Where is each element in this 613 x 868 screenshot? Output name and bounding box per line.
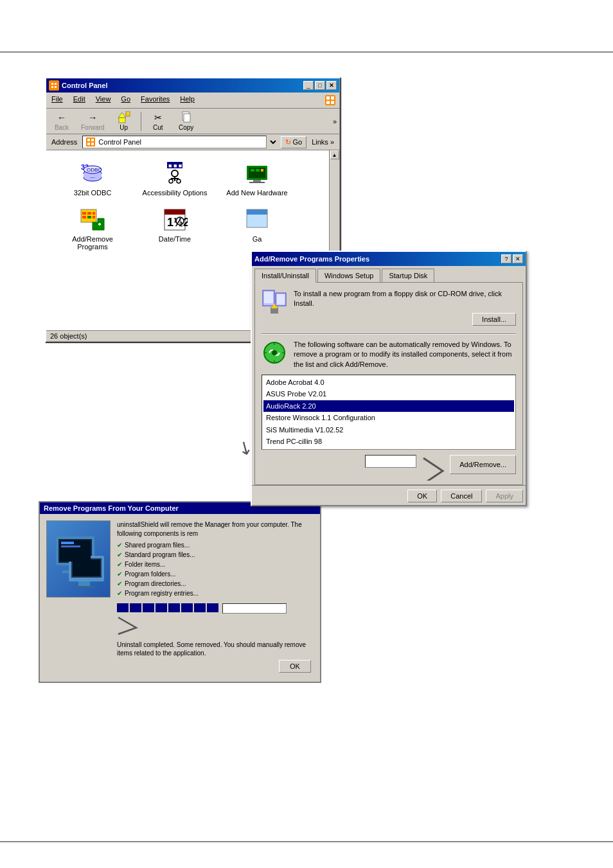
apply-button[interactable]: Apply: [486, 490, 523, 502]
remove-programs-window: Remove Programs From Your Computer: [39, 501, 321, 683]
svg-rect-76: [61, 542, 74, 544]
remove-ok-button[interactable]: OK: [279, 660, 311, 673]
check-standard: ✔ Standard program files...: [117, 551, 314, 560]
scroll-up-arrow[interactable]: ▲: [330, 150, 339, 159]
cp-icon-accessibility[interactable]: ■ ■ ■ Accessibility Options: [136, 158, 213, 199]
go-arrow: ↻: [285, 138, 291, 146]
partial-label: Ga: [253, 235, 262, 243]
datetime-icon: 1½2: [162, 207, 188, 233]
top-divider: [0, 51, 613, 53]
menu-file[interactable]: File: [49, 94, 66, 107]
cp-icon-datetime[interactable]: 1½2 Date/Time: [136, 204, 213, 253]
software-item-trend[interactable]: Trend PC-cillin 98: [263, 436, 514, 448]
install-description: To install a new program from a floppy d…: [294, 289, 516, 309]
go-button[interactable]: ↻ Go: [281, 136, 306, 148]
progress-block-1: [117, 603, 129, 612]
svg-rect-17: [91, 139, 94, 141]
tab-startup-disk[interactable]: Startup Disk: [382, 269, 434, 282]
progress-area: Uninstall completed. Some removed. You s…: [117, 603, 314, 657]
svg-rect-1: [51, 83, 53, 85]
back-label: Back: [55, 124, 69, 131]
menu-favorites[interactable]: Favorites: [138, 94, 172, 107]
progress-block-4: [155, 603, 167, 612]
cancel-button[interactable]: Cancel: [441, 490, 482, 502]
tab-install-uninstall[interactable]: Install/Uninstall: [254, 269, 316, 283]
addremove-icon: [80, 207, 105, 233]
svg-rect-16: [87, 139, 90, 141]
addremove-help-button[interactable]: ?: [501, 254, 511, 263]
svg-rect-3: [51, 86, 53, 88]
cp-icon-partial[interactable]: Ga: [218, 204, 296, 253]
software-item-winsock[interactable]: Restore Winsock 1.1 Configuration: [263, 412, 514, 424]
toolbar-more[interactable]: »: [333, 118, 337, 125]
addremove-title: Add/Remove Programs Properties: [254, 255, 369, 263]
close-button[interactable]: ✕: [326, 81, 337, 90]
software-item-acrobat[interactable]: Adobe Acrobat 4.0: [263, 376, 514, 389]
progress-block-3: [143, 603, 154, 612]
svg-rect-52: [164, 209, 185, 215]
forward-button[interactable]: → Forward: [77, 110, 109, 132]
install-button[interactable]: Install...: [472, 313, 516, 326]
progress-block-8: [207, 603, 218, 612]
toolbar: ← Back → Forward Up ✂ Cut: [46, 109, 339, 134]
address-label: Address: [49, 137, 80, 147]
check-mark-1: ✔: [117, 541, 122, 550]
addremove-close-button[interactable]: ✕: [513, 254, 523, 263]
empty-input: [365, 455, 416, 468]
go-label: Go: [292, 138, 302, 146]
odbc-label: 32bit ODBC: [74, 189, 112, 197]
remove-ok-container: OK: [117, 657, 314, 675]
software-item-asus[interactable]: ASUS Probe V2.01: [263, 388, 514, 400]
address-value: Control Panel: [98, 138, 141, 146]
cp-icon-addremove[interactable]: Add/Remove Programs: [54, 204, 131, 253]
address-input[interactable]: Control Panel: [82, 136, 267, 148]
tab-windows-setup[interactable]: Windows Setup: [317, 269, 380, 282]
check-label-1: Shared program files...: [125, 541, 190, 550]
software-item-audiorack[interactable]: AudioRack 2.20: [263, 400, 514, 412]
install-text-area: To install a new program from a floppy d…: [294, 289, 516, 326]
software-list[interactable]: Adobe Acrobat 4.0 ASUS Probe V2.01 Audio…: [262, 375, 516, 450]
arrow-area-2: [117, 616, 314, 638]
svg-text:ODBC: ODBC: [87, 167, 102, 173]
check-shared: ✔ Shared program files...: [117, 541, 314, 550]
add-remove-button[interactable]: Add/Remove...: [450, 455, 516, 474]
arrow-area: [420, 455, 446, 474]
svg-rect-74: [74, 586, 94, 588]
svg-marker-11: [118, 112, 126, 118]
cp-icon-add-hardware[interactable]: Add New Hardware: [218, 158, 296, 199]
copy-button[interactable]: Copy: [173, 110, 199, 132]
remove-description: uninstallShield will remove the Manager …: [117, 520, 314, 538]
minimize-button[interactable]: _: [303, 81, 314, 90]
maximize-button[interactable]: □: [315, 81, 325, 90]
check-program-folders: ✔ Program folders...: [117, 570, 314, 579]
cut-icon: ✂: [150, 111, 166, 124]
cp-icon-32bit-odbc[interactable]: 32 ODBC 32bit ODBC: [54, 158, 131, 199]
menu-help[interactable]: Help: [177, 94, 197, 107]
menu-view[interactable]: View: [93, 94, 114, 107]
cut-button[interactable]: ✂ Cut: [145, 110, 171, 132]
addremove-tabs: Install/Uninstall Windows Setup Startup …: [252, 266, 526, 282]
svg-rect-36: [256, 169, 260, 172]
svg-rect-0: [50, 82, 58, 89]
menu-edit[interactable]: Edit: [71, 94, 88, 107]
accessibility-label: Accessibility Options: [143, 189, 208, 197]
check-mark-5: ✔: [117, 580, 122, 589]
svg-rect-4: [55, 86, 57, 88]
address-dropdown[interactable]: ▼: [269, 136, 278, 148]
menu-go[interactable]: Go: [118, 94, 133, 107]
check-label-3: Folder items...: [125, 560, 165, 569]
up-button[interactable]: Up: [111, 110, 137, 132]
software-icon: [262, 340, 287, 366]
software-item-sis[interactable]: SiS Multimedia V1.02.52: [263, 424, 514, 436]
svg-rect-73: [78, 581, 90, 586]
accessibility-icon: ■ ■ ■: [162, 161, 188, 186]
progress-block-2: [130, 603, 141, 612]
ok-button[interactable]: OK: [407, 490, 437, 502]
addremove-footer: OK Cancel Apply: [252, 485, 526, 505]
section-divider: [262, 333, 516, 335]
svg-rect-41: [82, 212, 86, 215]
back-button[interactable]: ← Back: [49, 110, 75, 132]
bottom-divider: [0, 841, 613, 842]
svg-rect-7: [331, 96, 334, 100]
check-label-5: Program directories...: [125, 580, 186, 589]
